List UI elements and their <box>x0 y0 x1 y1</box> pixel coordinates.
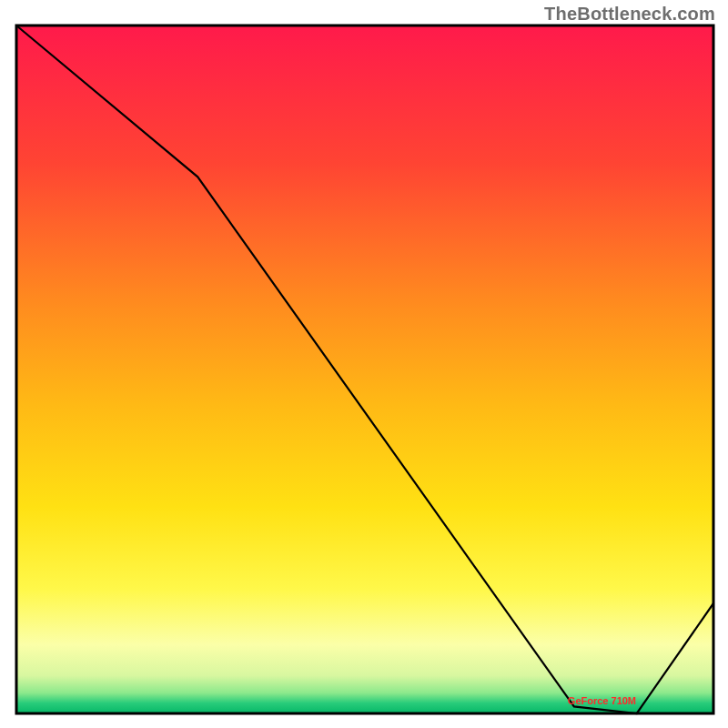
gpu-annotation: GeForce 710M <box>568 695 636 706</box>
plot-gradient-background <box>16 25 713 713</box>
chart-page: TheBottleneck.com GeForce 710M <box>0 0 728 728</box>
bottleneck-chart: GeForce 710M <box>0 0 728 728</box>
source-watermark: TheBottleneck.com <box>544 4 715 25</box>
